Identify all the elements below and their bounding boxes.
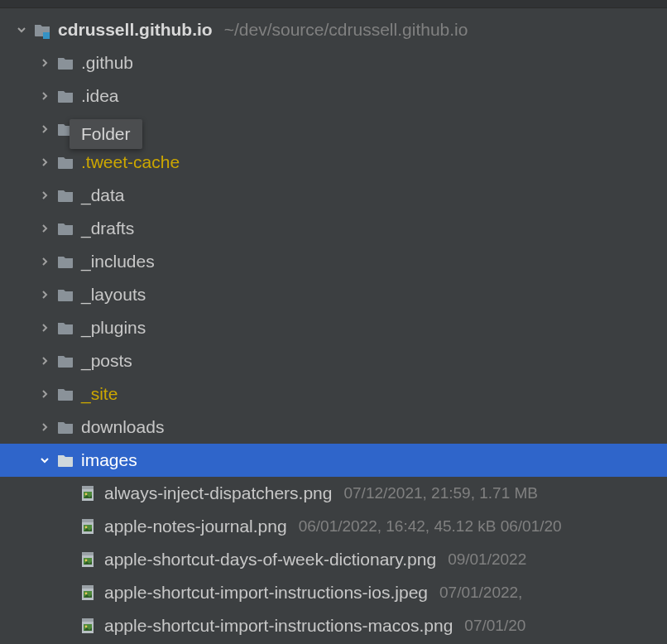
folder-name: _site [81,384,118,404]
svg-rect-0 [43,32,50,39]
file-meta: 07/01/2022, [439,584,522,602]
chevron-right-icon[interactable] [36,320,53,336]
chevron-right-icon[interactable] [36,121,53,137]
tree-folder-row-images[interactable]: images [0,444,667,477]
tree-folder-row[interactable]: _posts [0,344,667,377]
folder-name: .tweet-cache [81,152,180,172]
folder-icon [56,319,74,337]
image-file-icon [79,484,98,502]
folder-icon [56,286,74,304]
tree-folder-row[interactable]: _site [0,377,667,411]
file-meta: 09/01/2022 [448,550,526,569]
file-name: apple-notes-journal.png [104,517,287,536]
folder-name: downloads [81,417,164,437]
folder-icon [56,153,74,171]
tree-folder-row[interactable]: .tweet-cache [0,146,667,179]
chevron-right-icon[interactable] [36,353,53,369]
chevron-right-icon[interactable] [36,154,53,171]
chevron-down-icon[interactable] [13,22,30,38]
folder-icon [56,120,74,138]
folder-name: _posts [81,351,132,371]
tree-folder-row[interactable]: .idea [0,79,667,113]
image-file-icon [79,550,98,569]
file-name: always-inject-dispatchers.png [104,483,332,503]
project-tree: cdrussell.github.io ~/dev/source/cdrusse… [0,8,667,642]
folder-name: .idea [81,86,119,106]
tree-file-row[interactable]: apple-notes-journal.png06/01/2022, 16:42… [0,510,667,543]
tree-folder-row[interactable]: _includes [0,245,667,278]
folder-icon [56,352,74,370]
window-top-bar [0,0,667,8]
tree-file-row[interactable]: always-inject-dispatchers.png07/12/2021,… [0,477,667,510]
tree-folder-row[interactable]: .github [0,46,667,79]
svg-point-16 [85,593,88,595]
folder-icon [56,385,74,403]
tree-folder-row[interactable]: _drafts [0,212,667,245]
folder-icon [56,451,74,469]
tree-file-row[interactable]: apple-shortcut-days-of-week-dictionary.p… [0,543,667,576]
svg-point-12 [85,560,88,562]
svg-rect-6 [82,519,94,522]
tree-folder-row[interactable]: _data [0,179,667,212]
tree-folder-row[interactable]: ache [0,113,667,146]
chevron-right-icon[interactable] [36,286,53,303]
image-file-icon [79,617,98,635]
chevron-right-icon[interactable] [36,253,53,270]
folder-name: _data [81,185,125,205]
folder-icon [56,186,74,204]
file-name: apple-shortcut-days-of-week-dictionary.p… [104,550,436,570]
chevron-right-icon[interactable] [36,220,53,237]
svg-rect-14 [82,585,94,589]
folder-name: _plugins [81,318,146,338]
image-file-icon [79,584,98,602]
chevron-down-icon[interactable] [36,452,53,469]
tree-folder-row[interactable]: downloads [0,411,667,444]
folder-name: _includes [81,252,155,272]
tree-folder-row[interactable]: _layouts [0,278,667,311]
file-name: apple-shortcut-import-instructions-macos… [104,616,453,636]
file-meta: 06/01/2022, 16:42, 45.12 kB 06/01/20 [299,517,562,536]
folder-name: _layouts [81,285,146,305]
svg-point-4 [85,493,88,496]
folder-name: _drafts [81,219,134,238]
folder-name: images [81,450,137,470]
project-folder-icon [33,21,51,39]
svg-point-8 [85,526,88,529]
folder-icon [56,87,74,105]
folder-icon [56,219,74,238]
folder-name: .github [81,53,133,73]
tree-root-row[interactable]: cdrussell.github.io ~/dev/source/cdrusse… [0,13,667,46]
file-meta: 07/01/20 [464,617,525,635]
tree-file-row[interactable]: apple-shortcut-import-instructions-macos… [0,609,667,642]
root-name: cdrussell.github.io [58,20,213,40]
folder-name: ache [81,119,119,139]
tree-file-row[interactable]: apple-shortcut-import-instructions-ios.j… [0,576,667,609]
tree-folder-row[interactable]: _plugins [0,311,667,344]
chevron-right-icon[interactable] [36,187,53,204]
chevron-right-icon[interactable] [36,55,53,71]
folder-icon [56,54,74,72]
chevron-right-icon[interactable] [36,88,53,104]
root-path: ~/dev/source/cdrussell.github.io [224,20,468,40]
file-name: apple-shortcut-import-instructions-ios.j… [104,583,428,603]
folder-icon [56,252,74,271]
folder-icon [56,418,74,436]
image-file-icon [79,517,98,536]
svg-rect-2 [82,486,94,489]
chevron-right-icon[interactable] [36,419,53,435]
chevron-right-icon[interactable] [36,386,53,402]
svg-rect-18 [82,618,94,622]
svg-rect-10 [82,552,94,555]
svg-point-20 [85,626,88,628]
file-meta: 07/12/2021, 21:59, 1.71 MB [343,484,538,502]
